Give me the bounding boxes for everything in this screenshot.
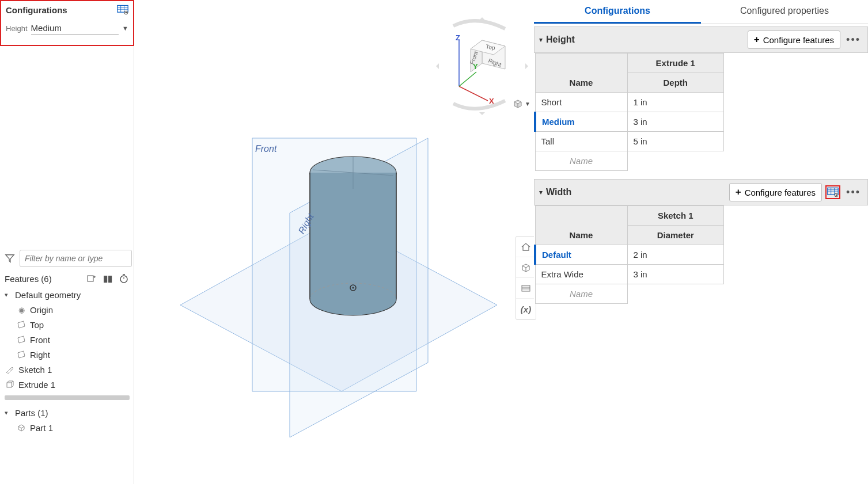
default-geometry-node[interactable]: ▾ Default geometry [2, 288, 132, 302]
config-table-visibility-icon[interactable] [825, 185, 840, 199]
plane-icon [16, 349, 26, 360]
stopwatch-icon[interactable] [118, 273, 130, 284]
origin-icon: ◉ [16, 304, 26, 315]
add-feature-icon[interactable] [86, 273, 97, 284]
home-view-button[interactable] [516, 237, 536, 257]
svg-marker-36 [525, 63, 528, 69]
chevron-down-icon[interactable]: ▾ [539, 36, 543, 44]
name-placeholder: Name [535, 284, 627, 304]
parts-header-label: Parts (1) [15, 408, 48, 418]
row-value: 2 in [627, 245, 724, 265]
default-geometry-label: Default geometry [15, 290, 81, 300]
row-value: 1 in [627, 93, 724, 112]
variable-button[interactable]: (x) [516, 299, 536, 319]
view-toolbar: (x) [516, 236, 536, 320]
plane-icon [16, 334, 26, 345]
new-row[interactable]: Name [535, 284, 724, 304]
rollback-bar[interactable] [5, 395, 130, 400]
row-value: 3 in [627, 265, 724, 284]
height-name-header: Name [535, 54, 627, 93]
svg-point-26 [352, 287, 354, 289]
tab-configurations[interactable]: Configurations [534, 0, 701, 24]
plus-icon: + [754, 34, 760, 45]
svg-line-29 [459, 72, 476, 86]
configurations-box: Configurations Height Medium ▼ [0, 0, 134, 46]
chevron-down-icon: ▾ [5, 409, 12, 417]
right-config-panel: Configurations Configured properties ▾ H… [534, 0, 868, 304]
features-header: Features (6) [5, 274, 52, 284]
svg-point-6 [126, 12, 127, 14]
height-section: ▾ Height + Configure features ••• Name E… [534, 26, 868, 171]
row-value: 5 in [627, 132, 724, 151]
extrude1-node[interactable]: Extrude 1 [2, 377, 132, 392]
height-table: Name Extrude 1 Depth Short1 in Medium3 i… [534, 53, 724, 171]
right-plane-node[interactable]: Right [14, 347, 132, 362]
svg-rect-37 [522, 285, 530, 291]
chevron-down-icon[interactable]: ▼ [122, 25, 128, 32]
name-placeholder: Name [535, 151, 627, 171]
part1-label: Part 1 [30, 423, 53, 433]
part1-node[interactable]: Part 1 [14, 420, 132, 435]
tab-configured-properties[interactable]: Configured properties [701, 0, 868, 24]
row-value: 3 in [627, 112, 724, 132]
width-section: ▾ Width + Configure features ••• Name Sk… [534, 179, 868, 304]
width-section-title: Width [546, 187, 571, 197]
height-param-header: Depth [627, 73, 724, 93]
height-feature-header: Extrude 1 [627, 54, 724, 73]
axis-z-label: Z [456, 33, 460, 42]
left-panel: Configurations Height Medium ▼ Features … [0, 0, 134, 484]
svg-rect-13 [7, 383, 12, 387]
svg-rect-7 [88, 276, 93, 281]
appearance-dropdown[interactable]: ▼ [512, 98, 530, 109]
config-tabs: Configurations Configured properties [534, 0, 868, 24]
front-label: Front [30, 335, 50, 345]
configure-features-button-width[interactable]: + Configure features [729, 183, 822, 201]
sketch-icon [5, 364, 15, 375]
width-param-header: Diameter [627, 226, 724, 245]
sketch1-label: Sketch 1 [18, 365, 52, 375]
table-row[interactable]: Extra Wide3 in [535, 265, 724, 284]
chevron-down-icon[interactable]: ▾ [539, 188, 543, 196]
table-row[interactable]: Medium3 in [535, 112, 724, 132]
filter-input[interactable] [20, 250, 132, 267]
table-row[interactable]: Default2 in [535, 245, 724, 265]
width-table: Name Sketch 1 Diameter Default2 in Extra… [534, 205, 724, 304]
configurations-title: Configurations [6, 5, 67, 15]
isometric-button[interactable] [516, 257, 536, 278]
right-label: Right [30, 350, 50, 360]
new-row[interactable]: Name [535, 151, 724, 171]
configure-features-label: Configure features [763, 35, 834, 45]
svg-marker-35 [436, 63, 439, 69]
front-plane-node[interactable]: Front [14, 332, 132, 347]
row-name: Tall [535, 132, 627, 151]
table-row[interactable]: Short1 in [535, 93, 724, 112]
more-icon[interactable]: ••• [844, 34, 863, 46]
parts-node[interactable]: ▾ Parts (1) [2, 406, 132, 420]
svg-marker-34 [479, 112, 485, 115]
filter-icon[interactable] [5, 253, 15, 264]
row-name: Medium [535, 112, 627, 132]
row-name: Default [535, 245, 627, 265]
part-icon [16, 422, 26, 433]
front-plane-label: Front [255, 144, 276, 154]
height-dropdown[interactable]: Medium [31, 22, 119, 35]
origin-node[interactable]: ◉Origin [14, 302, 132, 317]
config-table-visibility-icon[interactable] [117, 5, 128, 15]
more-icon[interactable]: ••• [844, 186, 863, 199]
table-row[interactable]: Tall5 in [535, 132, 724, 151]
pause-icon[interactable]: ▮▮ [102, 273, 113, 284]
top-plane-node[interactable]: Top [14, 317, 132, 332]
origin-label: Origin [30, 305, 53, 315]
sketch1-node[interactable]: Sketch 1 [2, 362, 132, 377]
configure-features-button-height[interactable]: + Configure features [748, 31, 840, 49]
width-name-header: Name [535, 206, 627, 245]
svg-point-46 [836, 195, 837, 196]
section-view-button[interactable] [516, 278, 536, 299]
row-name: Extra Wide [535, 265, 627, 284]
view-cube[interactable]: Top Front Right Z Y X [436, 17, 528, 109]
height-selected-value: Medium [31, 23, 62, 33]
extrude1-label: Extrude 1 [18, 380, 55, 390]
configure-features-label: Configure features [745, 188, 816, 197]
axis-x-label: X [489, 97, 494, 105]
top-label: Top [30, 320, 44, 330]
